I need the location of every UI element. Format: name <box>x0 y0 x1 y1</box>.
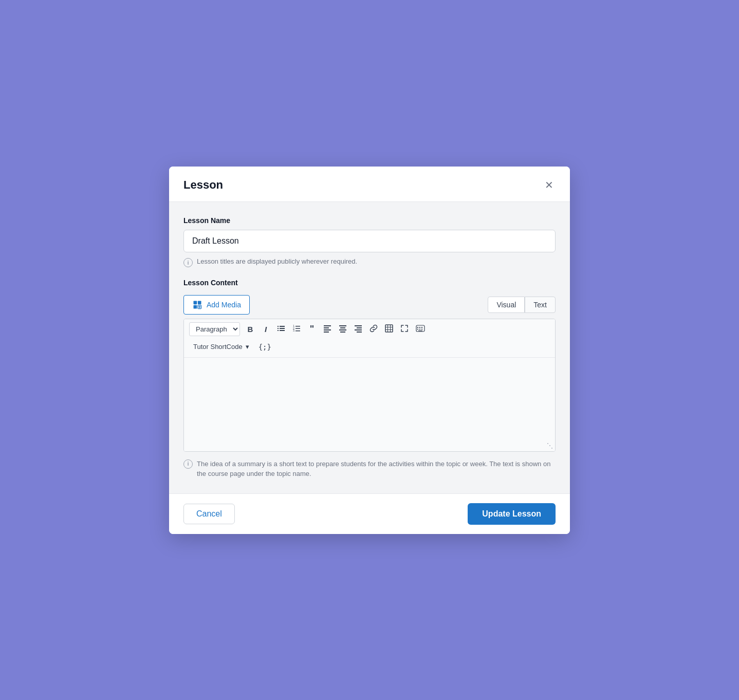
view-tabs: Visual Text <box>488 297 556 313</box>
modal-footer: Cancel Update Lesson <box>169 493 570 534</box>
align-left-icon <box>323 324 331 334</box>
lesson-content-hint-row: i The idea of a summary is a short text … <box>183 459 556 479</box>
modal-header: Lesson ✕ <box>169 167 570 202</box>
paragraph-select[interactable]: Paragraph <box>189 322 240 336</box>
lesson-modal: Lesson ✕ Lesson Name i Lesson titles are… <box>169 167 570 534</box>
lesson-name-label: Lesson Name <box>183 216 556 225</box>
svg-rect-20 <box>324 329 331 330</box>
italic-button[interactable]: I <box>258 322 273 337</box>
svg-rect-24 <box>339 329 346 330</box>
svg-rect-17 <box>295 330 300 331</box>
modal-overlay: Lesson ✕ Lesson Name i Lesson titles are… <box>0 0 739 700</box>
close-button[interactable]: ✕ <box>543 178 556 192</box>
svg-rect-2 <box>194 305 197 308</box>
svg-rect-9 <box>280 328 285 329</box>
editor-wrapper: Paragraph B I <box>183 319 556 452</box>
tutor-shortcode-button[interactable]: Tutor ShortCode ▾ <box>189 341 253 353</box>
toolbar-row-1: Paragraph B I <box>189 322 550 337</box>
modal-title: Lesson <box>183 178 223 192</box>
svg-rect-1 <box>198 301 201 304</box>
svg-rect-37 <box>419 327 420 328</box>
align-left-button[interactable] <box>320 322 335 337</box>
tab-visual[interactable]: Visual <box>488 297 525 313</box>
toolbar-row-2: Tutor ShortCode ▾ {;} <box>189 338 550 354</box>
fullscreen-icon <box>400 324 409 334</box>
bold-icon: B <box>248 325 253 334</box>
svg-rect-15 <box>295 328 300 329</box>
svg-rect-11 <box>280 330 285 331</box>
svg-rect-19 <box>324 327 329 328</box>
svg-rect-21 <box>324 331 329 333</box>
svg-rect-30 <box>385 325 393 332</box>
table-icon <box>385 324 393 334</box>
lesson-content-section: Lesson Content <box>183 279 556 287</box>
italic-icon: I <box>265 325 267 334</box>
svg-rect-41 <box>421 329 422 330</box>
add-media-icon <box>192 300 202 310</box>
svg-rect-10 <box>278 330 279 331</box>
link-button[interactable] <box>366 322 381 337</box>
svg-rect-27 <box>357 327 362 328</box>
svg-rect-22 <box>339 325 346 326</box>
shortcode-icon-button[interactable]: {;} <box>255 340 274 354</box>
blockquote-button[interactable]: " <box>305 322 319 337</box>
svg-rect-6 <box>278 326 279 327</box>
bold-button[interactable]: B <box>243 322 257 337</box>
editor-topbar: Add Media Visual Text <box>183 295 556 319</box>
svg-rect-26 <box>355 325 362 326</box>
lesson-content-label: Lesson Content <box>183 279 556 287</box>
lesson-name-hint-row: i Lesson titles are displayed publicly w… <box>183 257 556 267</box>
lesson-name-hint: Lesson titles are displayed publicly whe… <box>197 257 357 265</box>
keyboard-button[interactable] <box>413 322 428 337</box>
svg-text:3.: 3. <box>293 329 295 332</box>
editor-content-area[interactable] <box>184 358 555 440</box>
update-lesson-button[interactable]: Update Lesson <box>468 503 556 525</box>
lesson-content-hint: The idea of a summary is a short text to… <box>197 459 556 479</box>
svg-rect-7 <box>280 326 285 327</box>
shortcode-icon: {;} <box>258 343 271 351</box>
info-icon-bottom: i <box>183 459 193 469</box>
svg-rect-18 <box>324 325 331 326</box>
svg-rect-8 <box>278 328 279 329</box>
cancel-button[interactable]: Cancel <box>183 504 235 524</box>
svg-rect-36 <box>417 327 418 328</box>
link-icon <box>370 324 378 334</box>
svg-rect-40 <box>419 329 420 330</box>
keyboard-icon <box>416 325 425 334</box>
editor-toolbar: Paragraph B I <box>184 319 555 358</box>
svg-rect-39 <box>417 329 418 330</box>
svg-rect-28 <box>355 329 362 330</box>
close-icon: ✕ <box>545 179 553 191</box>
align-center-icon <box>339 324 347 334</box>
unordered-list-icon <box>277 324 285 334</box>
modal-body: Lesson Name i Lesson titles are displaye… <box>169 202 570 493</box>
lesson-name-input[interactable] <box>183 230 556 252</box>
align-right-icon <box>354 324 362 334</box>
info-icon: i <box>183 258 193 267</box>
add-media-label: Add Media <box>207 301 241 309</box>
svg-rect-42 <box>418 330 422 331</box>
lesson-name-section: Lesson Name i Lesson titles are displaye… <box>183 216 556 267</box>
svg-rect-23 <box>340 327 345 328</box>
editor-footer: ⋱ <box>184 440 555 451</box>
tutor-shortcode-label: Tutor ShortCode <box>193 343 243 351</box>
align-right-button[interactable] <box>351 322 365 337</box>
svg-rect-25 <box>340 331 345 333</box>
svg-rect-0 <box>194 301 197 304</box>
ordered-list-button[interactable]: 1.2.3. <box>289 322 304 337</box>
svg-rect-38 <box>421 327 422 328</box>
blockquote-icon: " <box>310 324 315 335</box>
table-button[interactable] <box>382 322 396 337</box>
add-media-button[interactable]: Add Media <box>183 295 250 315</box>
unordered-list-button[interactable] <box>274 322 288 337</box>
ordered-list-icon: 1.2.3. <box>292 324 301 334</box>
align-center-button[interactable] <box>336 322 350 337</box>
svg-rect-29 <box>357 331 362 333</box>
fullscreen-button[interactable] <box>397 322 412 337</box>
resize-handle-icon: ⋱ <box>547 442 553 449</box>
svg-rect-13 <box>295 326 300 327</box>
tab-text[interactable]: Text <box>525 297 556 313</box>
tutor-shortcode-chevron-icon: ▾ <box>246 343 249 351</box>
